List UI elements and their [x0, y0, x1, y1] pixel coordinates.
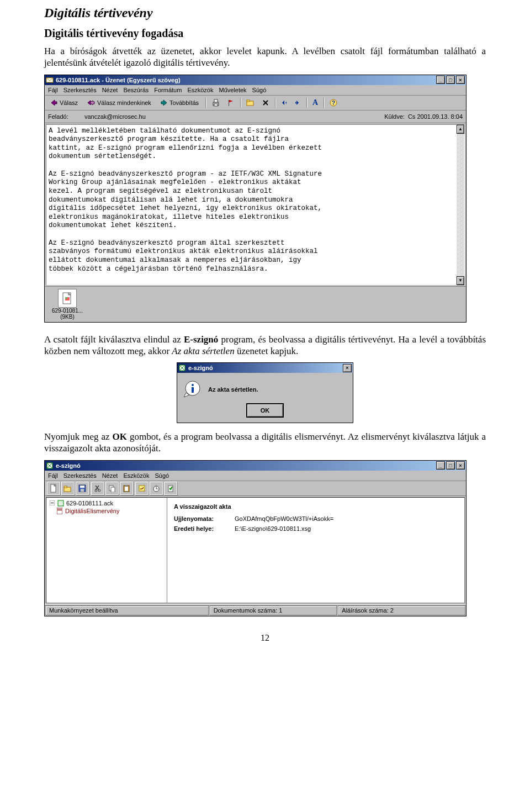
new-icon[interactable]	[47, 482, 60, 495]
help-icon[interactable]: ?	[327, 97, 340, 109]
svg-text:?: ?	[332, 100, 335, 106]
sign-icon[interactable]	[135, 482, 149, 495]
menu-edit[interactable]: Szerkesztés	[63, 87, 97, 93]
email-titlebar: 629-010811.ack - Üzenet (Egyszerű szöveg…	[45, 75, 466, 85]
verify-icon[interactable]	[164, 482, 177, 495]
minus-icon[interactable]	[49, 500, 55, 507]
tree-child-node[interactable]: DigitálisElismervény	[56, 508, 165, 514]
tree-root-label: 629-0108111.ack	[66, 500, 113, 507]
fingerprint-label: Ujjlenyomata:	[174, 515, 229, 522]
save-icon[interactable]	[76, 482, 89, 495]
sent-value: Cs 2001.09.13. 8:04	[408, 113, 463, 120]
attachment-row: 629-01081... (9KB)	[45, 286, 466, 322]
close-button[interactable]: ×	[456, 76, 465, 84]
ack-file-icon	[57, 500, 64, 507]
svg-rect-41	[125, 487, 128, 491]
vertical-scrollbar[interactable]: ▲ ▼	[457, 125, 464, 285]
svg-rect-45	[155, 485, 157, 486]
font-icon[interactable]: A	[310, 97, 320, 109]
menu-actions[interactable]: Műveletek	[219, 87, 246, 93]
maximize-button[interactable]: □	[446, 76, 455, 84]
svg-marker-9	[229, 100, 233, 102]
attachment-name: 629-01081...	[52, 308, 83, 314]
svg-rect-39	[111, 487, 115, 492]
eszigno-menu-edit[interactable]: Szerkesztés	[63, 472, 97, 479]
tree-pane[interactable]: 629-0108111.ack DigitálisElismervény	[46, 498, 167, 603]
eszigno-menu-help[interactable]: Súgó	[155, 472, 169, 479]
delete-icon[interactable]	[259, 97, 272, 109]
eszigno-toolbar	[45, 481, 466, 496]
paragraph-2: A csatolt fájlt kiválasztva elindul az E…	[44, 334, 486, 357]
attachment-item[interactable]: 629-01081... (9KB)	[48, 289, 87, 320]
svg-marker-1	[51, 100, 57, 106]
ok-button[interactable]: OK	[247, 404, 283, 417]
eszigno-maximize-button[interactable]: □	[446, 461, 455, 470]
svg-rect-8	[229, 100, 229, 106]
flag-icon[interactable]	[225, 97, 237, 109]
reply-all-label: Válasz mindenkinek	[97, 99, 151, 106]
minimize-button[interactable]: _	[436, 76, 445, 84]
paste-icon[interactable]	[120, 482, 133, 495]
eszigno-body: 629-0108111.ack DigitálisElismervény A v…	[46, 497, 465, 603]
reply-button[interactable]: Válasz	[47, 97, 81, 109]
original-path-row: Eredeti helye: E:\E-szigno\629-010811.xs…	[174, 525, 458, 532]
svg-marker-4	[161, 100, 167, 106]
svg-rect-7	[214, 104, 218, 106]
copy-icon[interactable]	[105, 482, 119, 495]
svg-rect-27	[192, 387, 194, 393]
eszigno-close-button[interactable]: ×	[456, 461, 465, 470]
menu-file[interactable]: Fájl	[48, 87, 58, 93]
detail-pane: A visszaigazolt akta Ujjlenyomata: GoXDA…	[167, 498, 464, 603]
timestamp-icon[interactable]	[150, 482, 163, 495]
menu-view[interactable]: Nézet	[102, 87, 118, 93]
svg-rect-52	[57, 510, 62, 510]
open-icon[interactable]	[61, 482, 75, 495]
mail-icon	[46, 76, 54, 84]
eszigno-menu-tools[interactable]: Eszközök	[123, 472, 149, 479]
paragraph-3: Nyomjuk meg az OK gombot, és a program b…	[44, 431, 486, 455]
svg-rect-6	[214, 99, 218, 102]
svg-marker-16	[296, 101, 299, 105]
scroll-down-icon[interactable]: ▼	[457, 276, 464, 285]
msgbox-titlebar: e-szignó ×	[177, 363, 353, 373]
svg-point-37	[98, 489, 100, 492]
menu-help[interactable]: Súgó	[252, 87, 267, 93]
tree-child-label: DigitálisElismervény	[65, 508, 119, 514]
status-sig-count: Aláírások száma: 2	[338, 605, 465, 615]
fingerprint-value: GoXDAfmqQbFpW0cW3Tl/+iAsokk=	[235, 515, 333, 522]
msgbox-close-button[interactable]: ×	[343, 364, 352, 372]
reply-all-button[interactable]: Válasz mindenkinek	[83, 97, 155, 109]
next-icon[interactable]	[292, 97, 303, 109]
svg-marker-17	[295, 102, 296, 104]
print-icon[interactable]	[209, 97, 222, 109]
svg-rect-35	[81, 489, 84, 492]
forward-button[interactable]: Továbbítás	[157, 97, 202, 109]
svg-marker-14	[282, 101, 284, 105]
reply-label: Válasz	[60, 99, 78, 106]
email-window-title: 629-010811.ack - Üzenet (Egyszerű szöveg…	[56, 77, 436, 83]
info-icon	[184, 381, 202, 398]
menu-tools[interactable]: Eszközök	[187, 87, 213, 93]
eszigno-menu-view[interactable]: Nézet	[102, 472, 118, 479]
status-doc-count: Dokumentumok száma: 1	[210, 605, 337, 615]
tree-root-node[interactable]: 629-0108111.ack	[49, 500, 165, 507]
menu-insert[interactable]: Beszúrás	[123, 87, 149, 93]
heading-1: Digitális tértivevény	[44, 6, 486, 20]
from-label: Feladó:	[48, 113, 81, 120]
move-to-folder-icon[interactable]	[244, 97, 257, 109]
cut-icon[interactable]	[91, 482, 104, 495]
menu-format[interactable]: Formátum	[154, 87, 182, 93]
svg-marker-15	[285, 102, 287, 104]
msgbox-text: Az akta sértetlen.	[208, 386, 258, 393]
svg-rect-50	[57, 508, 62, 514]
scroll-up-icon[interactable]: ▲	[457, 125, 464, 134]
svg-rect-49	[58, 500, 63, 506]
sent-label: Küldve:	[384, 113, 405, 120]
email-body-area: A levél mellékletében található dokument…	[46, 124, 465, 285]
svg-rect-43	[139, 486, 145, 491]
previous-icon[interactable]	[279, 97, 290, 109]
eszigno-minimize-button[interactable]: _	[436, 461, 445, 470]
eszigno-menu-file[interactable]: Fájl	[48, 472, 58, 479]
email-toolbar: Válasz Válasz mindenkinek Továbbítás	[45, 96, 466, 110]
detail-title: A visszaigazolt akta	[174, 503, 458, 510]
